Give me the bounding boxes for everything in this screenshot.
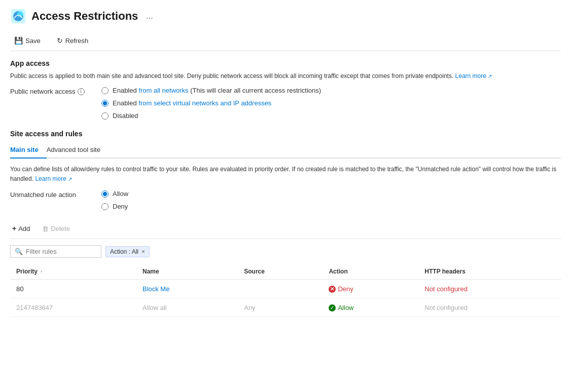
add-icon: + [12,224,16,232]
ura-deny-radio[interactable] [101,203,109,210]
tab-advanced-tool-site[interactable]: Advanced tool site [47,142,109,158]
more-options-button[interactable]: ... [143,11,156,22]
refresh-icon: ↻ [57,36,63,45]
pna-disabled-radio[interactable] [101,112,109,120]
rules-table-header: Priority ↑ Name Source Action HTTP heade… [10,264,561,280]
filter-bar: 🔍 Action : All × [10,245,561,258]
ura-deny-option[interactable]: Deny [101,203,128,210]
add-label: Add [18,225,30,232]
priority-sort-icon: ↑ [40,269,43,275]
unmatched-rule-action-field: Unmatched rule action Allow Deny [10,190,561,210]
ura-allow-option[interactable]: Allow [101,190,128,198]
unmatched-rule-action-label: Unmatched rule action [10,190,91,199]
deny-icon: ✕ [329,286,336,293]
col-source: Source [238,264,323,280]
allow-icon: ✓ [329,304,336,311]
rules-actions-toolbar: + Add 🗑 Delete [10,218,561,239]
deny-badge: ✕ Deny [329,285,353,293]
pna-select-networks-label: Enabled from select virtual networks and… [113,99,271,107]
cell-priority: 2147483647 [10,298,136,317]
cell-source [238,280,323,298]
site-access-section: Site access and rules Main site Advanced… [10,130,561,317]
app-access-learn-more[interactable]: Learn more [455,72,486,80]
external-link-icon: ↗ [488,73,492,79]
save-button[interactable]: 💾 Save [10,34,45,47]
pna-all-networks-label: Enabled from all networks (This will cle… [113,87,321,94]
app-icon [10,8,26,24]
filter-input-wrapper: 🔍 [10,245,101,258]
public-network-radio-group: Enabled from all networks (This will cle… [101,87,321,120]
table-row[interactable]: 80 Block Me ✕ Deny Not configured [10,280,561,298]
add-rule-button[interactable]: + Add [10,222,32,234]
pna-select-networks-option[interactable]: Enabled from select virtual networks and… [101,99,321,107]
public-network-access-field: Public network access i Enabled from all… [10,87,561,120]
cell-source: Any [238,298,323,317]
toolbar: 💾 Save ↻ Refresh [10,30,561,51]
cell-name: Block Me [136,280,238,298]
col-name: Name [136,264,238,280]
site-tabs: Main site Advanced tool site [10,142,561,159]
site-access-desc: You can define lists of allow/deny rules… [10,165,561,184]
ura-allow-label: Allow [113,190,128,198]
not-configured-label: Not configured [424,285,468,293]
filter-tag-label: Action : All [110,248,138,255]
cell-name: Allow all [136,298,238,317]
page-title: Access Restrictions [31,10,138,23]
delete-icon: 🗑 [42,225,49,232]
cell-http-headers: Not configured [418,280,561,298]
rules-table: Priority ↑ Name Source Action HTTP heade… [10,264,561,317]
not-configured-grey-label: Not configured [424,304,468,311]
external-link-icon-2: ↗ [68,176,72,182]
action-filter-tag: Action : All × [105,246,150,257]
col-action: Action [323,264,418,280]
site-access-learn-more[interactable]: Learn more [35,175,66,182]
pna-all-networks-option[interactable]: Enabled from all networks (This will cle… [101,87,321,94]
search-icon: 🔍 [15,248,23,255]
save-label: Save [25,37,41,45]
ura-deny-label: Deny [113,203,128,210]
allow-label: Allow [338,304,353,311]
pna-all-networks-radio[interactable] [101,87,109,94]
pna-select-networks-radio[interactable] [101,100,109,107]
app-access-info: Public access is applied to both main si… [10,71,561,81]
site-access-title: Site access and rules [10,130,561,138]
app-access-section: App access Public access is applied to b… [10,59,561,120]
col-priority: Priority ↑ [10,264,136,280]
cell-http-headers: Not configured [418,298,561,317]
public-network-access-label: Public network access i [10,87,91,95]
pna-disabled-option[interactable]: Disabled [101,112,321,120]
ura-allow-radio[interactable] [101,190,109,198]
public-network-info-icon[interactable]: i [78,88,85,95]
refresh-button[interactable]: ↻ Refresh [53,34,93,47]
refresh-label: Refresh [65,37,89,45]
filter-rules-input[interactable] [26,248,97,255]
table-row[interactable]: 2147483647 Allow all Any ✓ Allow Not con… [10,298,561,317]
unmatched-rule-radio-group: Allow Deny [101,190,128,210]
deny-label: Deny [338,285,353,293]
cell-action: ✕ Deny [323,280,418,298]
pna-disabled-label: Disabled [113,112,138,120]
cell-action: ✓ Allow [323,298,418,317]
allow-badge: ✓ Allow [329,304,353,311]
rules-table-body: 80 Block Me ✕ Deny Not configured [10,280,561,317]
delete-rule-button[interactable]: 🗑 Delete [40,223,72,234]
delete-label: Delete [51,225,70,232]
rules-table-header-row: Priority ↑ Name Source Action HTTP heade… [10,264,561,280]
save-icon: 💾 [14,36,23,45]
cell-priority: 80 [10,280,136,298]
app-access-title: App access [10,59,561,67]
tab-main-site[interactable]: Main site [10,142,47,159]
filter-tag-close-button[interactable]: × [141,248,145,255]
col-http-headers: HTTP headers [418,264,561,280]
